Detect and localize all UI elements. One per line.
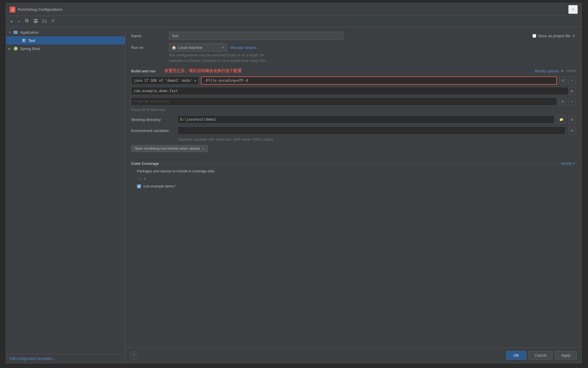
run-on-label: Run on:	[131, 45, 166, 50]
run-debug-dialog: J Run/Debug Configurations ✕ + − ▼	[6, 3, 582, 363]
config-tree: ▼ Application T Test ▶	[6, 27, 125, 354]
working-directory-row: Working directory: 📁 ⊞	[131, 115, 575, 124]
main-class-browse-icon[interactable]: ⊞	[569, 87, 575, 95]
packages-coverage-label: Packages and classes to include in cover…	[137, 169, 575, 173]
alt-m-hint: Alt+M	[566, 69, 575, 73]
close-button[interactable]: ✕	[568, 5, 578, 14]
bottom-bar: ? OK Cancel Apply	[125, 347, 581, 363]
manage-targets-link[interactable]: Manage targets...	[230, 45, 259, 50]
code-coverage-divider-line	[162, 163, 558, 164]
application-label: Application	[20, 30, 39, 35]
edit-templates-link[interactable]: Edit configuration templates...	[10, 357, 56, 361]
open-tool-window-label: Open run/debug tool window when started	[134, 147, 200, 151]
application-arrow: ▼	[8, 31, 13, 34]
java-sdk-dropdown-arrow-icon: ▼	[194, 79, 196, 82]
code-coverage-section-header: Code Coverage Modify ▼	[131, 161, 575, 166]
svg-text:⚙: ⚙	[15, 47, 17, 50]
environment-variables-row: Environment variables: ⊞	[131, 126, 575, 135]
working-dir-expand-icon[interactable]: ⊞	[569, 115, 575, 124]
add-coverage-button[interactable]: +	[143, 176, 147, 182]
env-vars-expand-icon[interactable]: ⊞	[569, 126, 575, 135]
svg-rect-1	[25, 19, 28, 22]
java-sdk-dropdown[interactable]: java 17 SDK of 'demo1' modu' ▼	[131, 76, 199, 85]
name-row: Name: Store as project file ⚙	[131, 32, 575, 40]
build-and-run-title: Build and run	[131, 69, 156, 73]
sort-config-button[interactable]	[49, 18, 57, 25]
springboot-label: Spring Boot	[20, 47, 40, 51]
cancel-button[interactable]: Cancel	[529, 351, 553, 360]
right-content: Name: Store as project file ⚙ Run on: 🏠 …	[125, 27, 581, 347]
modify-options-arrow-icon: ▼	[560, 69, 564, 73]
left-footer: Edit configuration templates...	[6, 354, 125, 363]
program-args-fullscreen-icon[interactable]: ⤢	[569, 97, 575, 106]
press-alt-hint: Press Alt for field hints	[131, 108, 575, 112]
run-on-row: Run on: 🏠 Local machine ▼ Manage targets…	[131, 43, 575, 51]
run-on-dropdown[interactable]: 🏠 Local machine ▼	[169, 43, 227, 51]
toolbar: + −	[6, 16, 581, 27]
tree-item-test[interactable]: T Test	[6, 36, 125, 44]
coverage-item-checkbox[interactable]	[137, 184, 141, 188]
apply-button[interactable]: Apply	[555, 351, 577, 360]
environment-variables-input[interactable]	[178, 126, 566, 135]
vm-options-input[interactable]	[201, 76, 557, 85]
program-args-expand-icon[interactable]: ⊞	[559, 97, 566, 106]
main-class-input[interactable]	[131, 87, 569, 95]
run-info-line1: Run configurations may be executed local…	[169, 53, 264, 57]
vm-options-fullscreen-icon[interactable]: ⤢	[569, 76, 575, 85]
remove-open-tool-window-button[interactable]: ×	[202, 146, 204, 151]
run-info-text: Run configurations may be executed local…	[169, 53, 575, 64]
java-vm-row: java 17 SDK of 'demo1' modu' ▼ ⊞ ⤢	[131, 76, 575, 85]
test-config-icon: T	[21, 38, 26, 43]
remove-config-button[interactable]: −	[16, 18, 22, 25]
environment-variables-label: Environment variables:	[131, 128, 175, 133]
name-input[interactable]	[169, 32, 343, 40]
store-as-project-label: Store as project file	[538, 34, 570, 38]
svg-rect-3	[35, 19, 37, 20]
build-run-header: Build and run 设置完之后，项目启动就会去执行这个配置 Modify…	[131, 68, 575, 74]
svg-text:T: T	[23, 39, 24, 42]
save-config-button[interactable]	[32, 18, 40, 25]
help-button[interactable]: ?	[130, 351, 138, 360]
working-directory-input[interactable]	[178, 115, 554, 124]
svg-rect-9	[14, 31, 15, 32]
add-config-button[interactable]: +	[8, 18, 15, 25]
name-label: Name:	[131, 34, 166, 38]
remove-coverage-button[interactable]: −	[137, 176, 141, 182]
code-coverage-modify-arrow-icon[interactable]: ▼	[573, 162, 575, 165]
program-args-row: ⊞ ⤢	[131, 97, 575, 106]
svg-rect-0	[26, 20, 28, 22]
coverage-content: Packages and classes to include in cover…	[137, 169, 575, 188]
open-tool-window-area: Open run/debug tool window when started …	[131, 145, 575, 157]
vm-options-expand-icon[interactable]: ⊞	[559, 76, 566, 85]
run-info-line2: example in a Docker Container or on a re…	[169, 59, 267, 63]
main-class-row: ⊞	[131, 87, 575, 95]
open-tool-window-chip: Open run/debug tool window when started …	[131, 145, 208, 152]
dialog-title: Run/Debug Configurations	[18, 7, 568, 12]
store-as-project-area: Store as project file ⚙	[532, 34, 575, 38]
store-as-project-checkbox[interactable]	[532, 34, 536, 38]
main-content: ▼ Application T Test ▶	[6, 27, 581, 363]
settings-gear-icon[interactable]: ⚙	[572, 34, 575, 38]
copy-config-button[interactable]	[23, 18, 31, 25]
working-dir-folder-icon[interactable]: 📁	[557, 115, 566, 124]
springboot-icon: ⚙	[13, 46, 18, 51]
local-machine-house-icon: 🏠	[172, 45, 176, 50]
folder-config-button[interactable]	[41, 18, 48, 25]
title-bar: J Run/Debug Configurations ✕	[6, 3, 581, 16]
coverage-item-label: com.example.demo.*	[143, 184, 176, 188]
application-folder-icon	[13, 30, 18, 35]
modify-options-button[interactable]: Modify options ▼	[535, 69, 564, 73]
run-on-dropdown-arrow-icon: ▼	[222, 46, 224, 49]
tree-group-springboot[interactable]: ▶ ⚙ Spring Boot	[6, 44, 125, 53]
tree-group-application[interactable]: ▼ Application	[6, 28, 125, 36]
left-panel: ▼ Application T Test ▶	[6, 27, 125, 363]
code-coverage-modify-button[interactable]: Modify	[561, 161, 572, 166]
right-panel: Name: Store as project file ⚙ Run on: 🏠 …	[125, 27, 581, 363]
ok-button[interactable]: OK	[506, 351, 526, 360]
svg-rect-4	[35, 21, 37, 22]
annotation-text: 设置完之后，项目启动就会去执行这个配置	[164, 68, 535, 74]
code-coverage-title: Code Coverage	[131, 161, 159, 166]
app-logo-icon: J	[10, 7, 15, 12]
test-label: Test	[28, 38, 35, 43]
program-args-input[interactable]	[131, 97, 557, 106]
